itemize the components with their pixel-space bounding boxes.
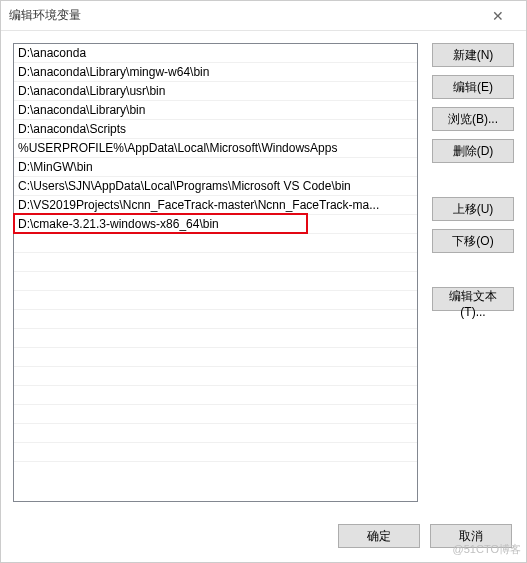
list-item[interactable]: D:\VS2019Projects\Ncnn_FaceTrack-master\…: [14, 196, 417, 215]
list-item[interactable]: [14, 329, 417, 348]
list-item[interactable]: D:\anaconda: [14, 44, 417, 63]
delete-button[interactable]: 删除(D): [432, 139, 514, 163]
cancel-button[interactable]: 取消: [430, 524, 512, 548]
list-item[interactable]: [14, 310, 417, 329]
list-wrap: D:\anacondaD:\anaconda\Library\mingw-w64…: [13, 43, 418, 502]
list-item[interactable]: D:\anaconda\Library\usr\bin: [14, 82, 417, 101]
list-item[interactable]: [14, 272, 417, 291]
list-item[interactable]: [14, 234, 417, 253]
list-item[interactable]: [14, 443, 417, 462]
browse-button[interactable]: 浏览(B)...: [432, 107, 514, 131]
list-item[interactable]: %USERPROFILE%\AppData\Local\Microsoft\Wi…: [14, 139, 417, 158]
content-area: D:\anacondaD:\anaconda\Library\mingw-w64…: [1, 31, 526, 514]
list-item[interactable]: D:\MinGW\bin: [14, 158, 417, 177]
titlebar: 编辑环境变量 ✕: [1, 1, 526, 31]
footer: 确定 取消: [1, 514, 526, 562]
ok-button[interactable]: 确定: [338, 524, 420, 548]
path-listbox[interactable]: D:\anacondaD:\anaconda\Library\mingw-w64…: [13, 43, 418, 502]
list-item[interactable]: [14, 386, 417, 405]
list-item[interactable]: [14, 367, 417, 386]
new-button[interactable]: 新建(N): [432, 43, 514, 67]
list-item[interactable]: D:\cmake-3.21.3-windows-x86_64\bin: [14, 215, 417, 234]
edittext-button[interactable]: 编辑文本(T)...: [432, 287, 514, 311]
list-item[interactable]: D:\anaconda\Library\mingw-w64\bin: [14, 63, 417, 82]
list-item[interactable]: D:\anaconda\Scripts: [14, 120, 417, 139]
list-item[interactable]: D:\anaconda\Library\bin: [14, 101, 417, 120]
window-title: 编辑环境变量: [9, 7, 478, 24]
list-item[interactable]: [14, 405, 417, 424]
list-item[interactable]: [14, 291, 417, 310]
list-item[interactable]: C:\Users\SJN\AppData\Local\Programs\Micr…: [14, 177, 417, 196]
close-icon[interactable]: ✕: [478, 8, 518, 24]
dialog-window: 编辑环境变量 ✕ D:\anacondaD:\anaconda\Library\…: [0, 0, 527, 563]
moveup-button[interactable]: 上移(U): [432, 197, 514, 221]
edit-button[interactable]: 编辑(E): [432, 75, 514, 99]
side-buttons: 新建(N) 编辑(E) 浏览(B)... 删除(D) 上移(U) 下移(O) 编…: [432, 43, 514, 502]
movedown-button[interactable]: 下移(O): [432, 229, 514, 253]
list-item[interactable]: [14, 424, 417, 443]
list-item[interactable]: [14, 348, 417, 367]
list-item[interactable]: [14, 253, 417, 272]
